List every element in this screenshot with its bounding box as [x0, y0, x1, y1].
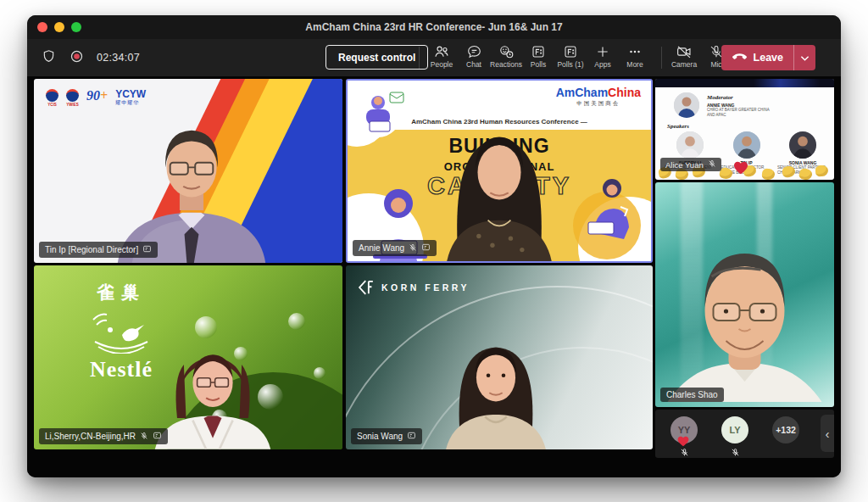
- participant-name-label: Annie Wang: [353, 240, 437, 256]
- camera-off-icon: [676, 44, 693, 59]
- participant-name-label: Sonia Wang: [351, 428, 422, 444]
- speaker-photo: [676, 131, 704, 159]
- meeting-toolbar: 02:34:07 Request control People Chat Rea…: [27, 39, 841, 77]
- clap-emoji: [761, 168, 775, 180]
- chat-button[interactable]: Chat: [458, 41, 490, 70]
- speaker-photo: [789, 131, 816, 159]
- amcham-china-logo: AmChamChina 中国美国商会: [556, 86, 641, 108]
- leave-options-button[interactable]: [793, 45, 815, 70]
- clap-emoji: [782, 165, 796, 178]
- pinned-icon: [421, 243, 431, 254]
- participant-video-charles-shao: [655, 227, 834, 407]
- mic-off-icon: [409, 243, 417, 254]
- collapse-panel-button[interactable]: ‹: [821, 415, 834, 452]
- people-icon: [433, 44, 450, 59]
- apps-icon: [595, 44, 610, 59]
- participant-video-sonia-wang: [409, 319, 583, 449]
- moderator-block: Moderator ANNIE WANG CHRO AT BAYER GREAT…: [674, 92, 773, 118]
- pinned-icon: [153, 431, 162, 442]
- video-tile-charles-shao[interactable]: Charles Shao: [655, 182, 834, 407]
- titlebar: AmCham China 23rd HR Conference- Jun 16&…: [27, 15, 841, 39]
- people-button[interactable]: People: [426, 41, 458, 70]
- video-tile-annie-wang[interactable]: AmChamChina 中国美国商会 AmCham China 23rd Hum…: [346, 79, 653, 263]
- video-tile-tin-ip[interactable]: YCIS YWIES 90+ YCYW耀中耀华 Tin Ip [Regional: [34, 79, 342, 263]
- mic-off-icon: [708, 159, 716, 170]
- chevron-left-icon: ‹: [826, 427, 830, 441]
- slide-top-bar: [655, 79, 834, 87]
- participant-name-label: Alice Yuan: [660, 158, 721, 171]
- mic-off-icon: [140, 432, 148, 442]
- participant-overflow-count[interactable]: +132: [772, 416, 799, 460]
- video-grid: YCIS YWIES 90+ YCYW耀中耀华 Tin Ip [Regional: [27, 76, 841, 477]
- participant-name-label: Charles Shao: [660, 388, 724, 402]
- shield-icon: [41, 48, 57, 68]
- polls-icon: [563, 44, 578, 59]
- leave-button-group: Leave: [721, 45, 815, 70]
- video-tile-sherry-li[interactable]: 雀巢 Nestlé: [34, 265, 342, 449]
- participant-avatar-yy[interactable]: YY: [670, 416, 698, 460]
- polls-icon: [531, 44, 546, 59]
- pinned-icon: [142, 244, 152, 255]
- apps-button[interactable]: Apps: [587, 41, 619, 70]
- reactions-button[interactable]: Reactions: [490, 41, 522, 70]
- teams-meeting-window: AmCham China 23rd HR Conference- Jun 16&…: [27, 15, 841, 477]
- participant-name-label: Li,Sherry,CN-Beijing,HR: [39, 428, 168, 444]
- korn-ferry-logo: KORN FERRY: [358, 279, 470, 296]
- overflow-participants-panel: YY LY +132 ‹: [655, 410, 834, 458]
- moderator-photo: [674, 92, 699, 118]
- heart-emoji: [733, 161, 748, 178]
- participant-name-label: Tin Ip [Regional Director]: [39, 242, 158, 258]
- slide-illustration-left: [353, 87, 407, 142]
- speaker-photo: [733, 131, 760, 159]
- heart-emoji: [677, 435, 689, 450]
- more-button[interactable]: More: [619, 41, 651, 70]
- toolbar-nav: People Chat Reactions Polls Polls (1) Ap…: [426, 41, 651, 70]
- leave-button[interactable]: Leave: [721, 45, 793, 70]
- reactions-icon: [498, 44, 515, 59]
- polls-button[interactable]: Polls: [522, 41, 554, 70]
- hangup-phone-icon: [732, 52, 748, 64]
- window-title: AmCham China 23rd HR Conference- Jun 16&…: [27, 21, 841, 33]
- chat-icon: [466, 44, 482, 59]
- meeting-timer: 02:34:07: [97, 52, 140, 64]
- video-tile-speakers-slide[interactable]: Moderator ANNIE WANG CHRO AT BAYER GREAT…: [655, 79, 834, 180]
- video-tile-sonia-wang[interactable]: KORN FERRY Sonia Wang: [346, 265, 653, 449]
- participant-avatar-ly[interactable]: LY: [721, 416, 748, 460]
- toolbar-divider: [661, 47, 662, 69]
- recording-icon: [69, 48, 85, 68]
- mic-off-icon: [731, 445, 740, 460]
- ycyw-logo: YCIS YWIES 90+ YCYW耀中耀华: [46, 89, 146, 107]
- toolbar-divider: [419, 47, 420, 69]
- camera-toggle-button[interactable]: Camera: [668, 41, 700, 70]
- request-control-button[interactable]: Request control: [326, 45, 428, 70]
- polls-1-button[interactable]: Polls (1): [554, 41, 587, 70]
- speakers-heading: Speakers: [667, 123, 689, 130]
- participant-video-annie-wang: [409, 109, 591, 261]
- pinned-icon: [407, 431, 416, 442]
- more-icon: [627, 44, 643, 59]
- chevron-down-icon: [800, 52, 810, 64]
- moderator-heading: Moderator: [707, 94, 773, 101]
